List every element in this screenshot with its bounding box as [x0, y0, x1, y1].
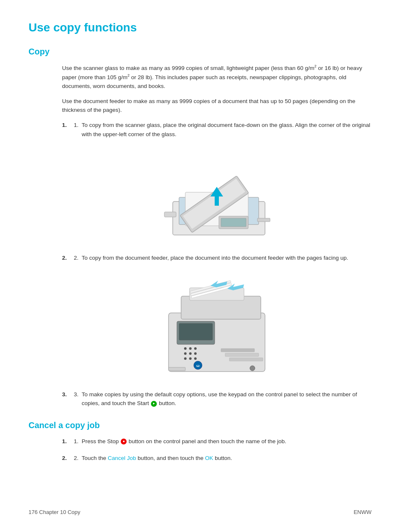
- svg-point-22: [194, 347, 197, 350]
- cancel-step-2: 2. Touch the Cancel Job button, and then…: [62, 454, 371, 463]
- cancel-step-2-number: 2.: [74, 454, 82, 463]
- svg-rect-33: [229, 358, 263, 361]
- svg-rect-19: [179, 323, 213, 340]
- section-title-cancel: Cancel a copy job: [29, 421, 371, 430]
- cancel-step-2-text: Touch the Cancel Job button, and then to…: [82, 454, 371, 463]
- svg-point-34: [250, 366, 255, 371]
- cancel-section-body: 1. Press the Stop button on the control …: [62, 437, 371, 462]
- copy-step-1: 1. To copy from the scanner glass, place…: [62, 121, 371, 139]
- copy-steps-list: 1. To copy from the scanner glass, place…: [62, 121, 371, 139]
- svg-rect-31: [221, 349, 255, 352]
- stop-icon: [121, 439, 127, 444]
- cancel-step-1-number: 1.: [74, 437, 82, 446]
- copy-steps-list-3: 3. To make copies by using the default c…: [62, 390, 371, 408]
- svg-rect-8: [164, 212, 176, 217]
- copy-step-2: 2. To copy from the document feeder, pla…: [62, 253, 371, 263]
- start-icon: [151, 401, 157, 407]
- svg-point-21: [189, 347, 192, 350]
- section-title-copy: Copy: [29, 47, 371, 57]
- svg-rect-35: [169, 367, 185, 371]
- cancel-step-1: 1. Press the Stop button on the control …: [62, 437, 371, 446]
- svg-rect-7: [221, 218, 246, 227]
- page-title: Use copy functions: [29, 21, 371, 34]
- cancel-steps-list: 1. Press the Stop button on the control …: [62, 437, 371, 462]
- ok-link[interactable]: OK: [205, 455, 213, 461]
- step-3-number: 3.: [74, 390, 82, 408]
- step-3-text: To make copies by using the default copy…: [82, 390, 371, 408]
- svg-rect-9: [257, 218, 270, 222]
- svg-point-28: [194, 357, 197, 360]
- copy-steps-list-2: 2. To copy from the document feeder, pla…: [62, 253, 371, 263]
- svg-rect-32: [225, 353, 259, 356]
- step-1-number: 1.: [74, 121, 82, 139]
- step-1-text: To copy from the scanner glass, place th…: [82, 121, 371, 139]
- scanner-glass-image: [62, 147, 371, 243]
- svg-point-27: [189, 357, 192, 360]
- cancel-step-1-text: Press the Stop button on the control pan…: [82, 437, 371, 446]
- svg-point-20: [184, 347, 187, 350]
- step-2-number: 2.: [74, 253, 82, 263]
- copy-paragraph-2: Use the document feeder to make as many …: [62, 97, 371, 115]
- svg-point-26: [184, 357, 187, 360]
- document-feeder-image: ω: [62, 271, 371, 380]
- svg-point-24: [189, 352, 192, 355]
- svg-point-25: [194, 352, 197, 355]
- svg-text:ω: ω: [196, 364, 200, 368]
- cancel-job-link[interactable]: Cancel Job: [108, 455, 136, 461]
- copy-section-body: Use the scanner glass to make as many as…: [62, 63, 371, 408]
- footer-left: 176 Chapter 10 Copy: [29, 509, 81, 515]
- page-footer: 176 Chapter 10 Copy ENWW: [29, 509, 371, 515]
- footer-right: ENWW: [353, 509, 371, 515]
- step-2-text: To copy from the document feeder, place …: [82, 253, 371, 263]
- copy-paragraph-1: Use the scanner glass to make as many as…: [62, 63, 371, 91]
- copy-step-3: 3. To make copies by using the default c…: [62, 390, 371, 408]
- svg-point-23: [184, 352, 187, 355]
